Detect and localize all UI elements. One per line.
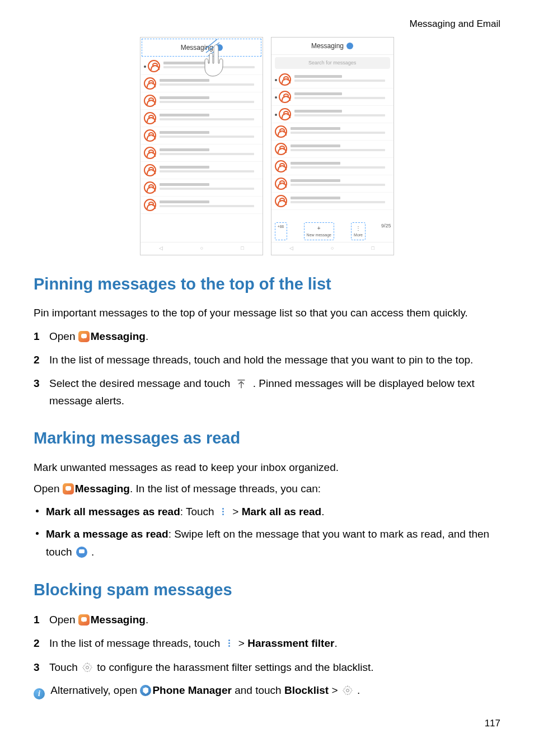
label: Mark a message as read bbox=[46, 528, 168, 540]
steps-pinning: Open Messaging. In the list of message t… bbox=[34, 328, 500, 410]
breadcrumb: Messaging and Email bbox=[34, 17, 500, 31]
intro-marking: Mark unwanted messages as read to keep y… bbox=[34, 460, 500, 476]
messaging-label: Messaging bbox=[91, 330, 146, 342]
messaging-app-icon bbox=[78, 614, 90, 626]
touch-finger-icon bbox=[200, 38, 227, 77]
mark-bullet-1: Mark all messages as read: Touch > Mark … bbox=[34, 503, 500, 521]
label: Harassment filter bbox=[247, 637, 334, 649]
text: Select the desired message and touch bbox=[49, 377, 233, 389]
text: : Touch bbox=[180, 506, 217, 517]
info-icon: i bbox=[34, 688, 45, 699]
block-step-1: Open Messaging. bbox=[34, 612, 500, 628]
text: Open bbox=[49, 614, 78, 626]
text: Open bbox=[49, 330, 78, 342]
svg-point-2 bbox=[86, 666, 88, 669]
settings-gear-icon bbox=[342, 685, 353, 696]
phone-right-titlebar: Messaging bbox=[271, 38, 394, 55]
text: Touch bbox=[49, 661, 81, 673]
text: . In the list of message threads, you ca… bbox=[130, 483, 321, 494]
app-title: Messaging bbox=[311, 42, 344, 50]
pin-to-top-icon bbox=[235, 378, 247, 390]
phone-left-titlebar: Messaging bbox=[142, 39, 261, 57]
pin-step-2: In the list of message threads, touch an… bbox=[34, 352, 500, 368]
text: > bbox=[232, 506, 241, 517]
text: > bbox=[329, 684, 341, 696]
messaging-label: Messaging bbox=[91, 614, 146, 626]
more-pill: ⋮More bbox=[351, 222, 366, 240]
block-step-2: In the list of message threads, touch > … bbox=[34, 635, 500, 652]
nav-recent-icon: □ bbox=[353, 245, 393, 253]
pin-step-1: Open Messaging. bbox=[34, 328, 500, 345]
more-menu-icon bbox=[227, 638, 232, 648]
text: . bbox=[91, 546, 94, 558]
phone-right: Messaging Search for messages +86 +New m… bbox=[271, 37, 394, 255]
nav-back-icon: ◁ bbox=[141, 245, 181, 253]
text: . bbox=[146, 330, 148, 342]
settings-gear-icon bbox=[82, 661, 93, 673]
bullets-marking: Mark all messages as read: Touch > Mark … bbox=[34, 503, 500, 562]
new-message-pill: +New message bbox=[304, 222, 334, 240]
nav-bar-right: ◁ ○ □ bbox=[271, 242, 394, 255]
more-menu-icon bbox=[221, 507, 226, 517]
mark-bullet-2: Mark a message as read: Swipe left on th… bbox=[34, 525, 500, 562]
label: Mark all messages as read bbox=[46, 506, 180, 517]
add-pill: +86 bbox=[275, 222, 287, 240]
text: Alternatively, open bbox=[50, 684, 140, 696]
messaging-app-icon bbox=[78, 331, 90, 342]
intro-pinning: Pin important messages to the top of you… bbox=[34, 305, 500, 321]
selection-toolbar: +86 +New message ⋮More 9/25 bbox=[271, 222, 394, 242]
unread-badge-icon bbox=[346, 43, 353, 49]
heading-blocking: Blocking spam messages bbox=[34, 578, 500, 603]
text: . bbox=[357, 684, 360, 696]
screenshot-figure: Messaging ◁ ○ □ bbox=[34, 37, 500, 255]
phone-left: Messaging ◁ ○ □ bbox=[140, 37, 263, 255]
search-box: Search for messages bbox=[275, 57, 390, 69]
open-marking: Open Messaging. In the list of message t… bbox=[34, 481, 500, 497]
text: . bbox=[334, 637, 337, 649]
label: Mark all as read bbox=[242, 506, 322, 517]
heading-pinning: Pinning messages to the top of the list bbox=[34, 272, 500, 297]
text: and touch bbox=[232, 684, 284, 696]
block-step-3: Touch to configure the harassment filter… bbox=[34, 659, 500, 676]
steps-blocking: Open Messaging. In the list of message t… bbox=[34, 612, 500, 676]
blocking-note: i Alternatively, open Phone Manager and … bbox=[34, 683, 500, 699]
nav-back-icon: ◁ bbox=[271, 245, 312, 253]
nav-bar-left: ◁ ○ □ bbox=[140, 242, 263, 255]
text: In the list of message threads, touch bbox=[49, 637, 223, 649]
phone-manager-app-icon bbox=[140, 685, 151, 696]
phone-manager-label: Phone Manager bbox=[152, 684, 231, 696]
nav-home-icon: ○ bbox=[181, 245, 222, 253]
messaging-app-icon bbox=[63, 483, 74, 494]
text: Open bbox=[34, 483, 63, 494]
selection-counter: 9/25 bbox=[381, 222, 391, 240]
page-root: Messaging and Email Messaging bbox=[0, 0, 534, 742]
svg-point-3 bbox=[346, 689, 349, 692]
text: to configure the harassment filter setti… bbox=[97, 661, 373, 673]
text: . bbox=[321, 506, 324, 517]
text: . bbox=[146, 614, 148, 626]
nav-home-icon: ○ bbox=[312, 245, 353, 253]
heading-marking: Marking messages as read bbox=[34, 426, 500, 451]
text: > bbox=[238, 637, 247, 649]
messaging-label: Messaging bbox=[75, 483, 130, 494]
page-number: 117 bbox=[34, 716, 500, 731]
mark-read-icon bbox=[76, 547, 87, 558]
pin-step-3: Select the desired message and touch . P… bbox=[34, 375, 500, 409]
nav-recent-icon: □ bbox=[222, 245, 263, 253]
blocklist-label: Blocklist bbox=[284, 684, 329, 696]
